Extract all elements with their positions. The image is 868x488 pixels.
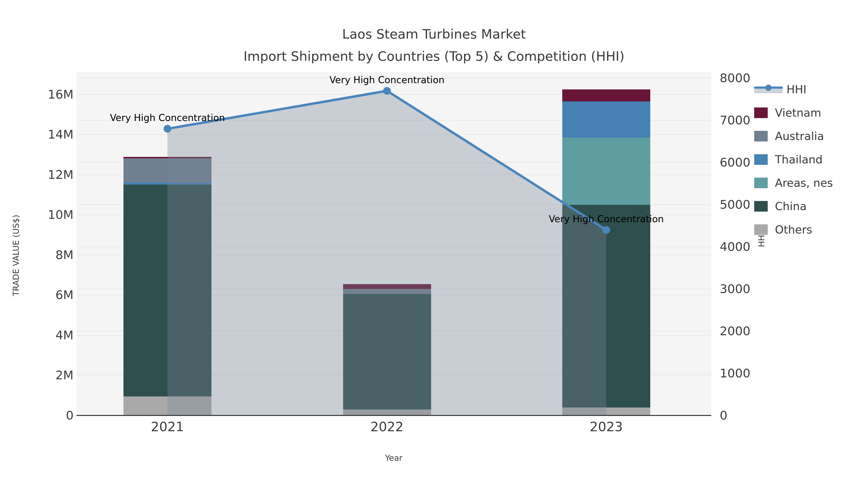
legend-label: Australia bbox=[775, 130, 824, 143]
y-tick-label: 2M bbox=[0, 368, 73, 383]
x-tick-label: 2022 bbox=[339, 420, 435, 434]
y2-tick-label: 0 bbox=[720, 408, 782, 423]
y2-tick-label: 2000 bbox=[720, 324, 782, 338]
y-tick-label: 12M bbox=[0, 167, 73, 182]
hhi-marker bbox=[383, 87, 391, 95]
legend-label: Thailand bbox=[775, 153, 823, 166]
y2-tick-label: 1000 bbox=[720, 366, 782, 381]
hhi-marker bbox=[164, 125, 172, 133]
x-axis-line bbox=[76, 415, 711, 416]
legend: HHIVietnamAustraliaThailandAreas, nesChi… bbox=[754, 77, 833, 241]
y-tick-label: 0 bbox=[0, 408, 73, 423]
legend-label: Areas, nes bbox=[775, 176, 833, 189]
y-tick-label: 14M bbox=[0, 127, 73, 142]
legend-label: Others bbox=[775, 223, 812, 236]
legend-item-vietnam: Vietnam bbox=[754, 101, 833, 124]
legend-label: China bbox=[775, 200, 807, 213]
legend-swatch-areas-nes bbox=[754, 177, 768, 188]
legend-item-others: Others bbox=[754, 218, 833, 241]
y-axis-title: TRADE VALUE (US$) bbox=[11, 207, 21, 304]
annotation-very-high-concentration: Very High Concentration bbox=[522, 213, 691, 225]
y2-tick-label: 3000 bbox=[720, 282, 782, 296]
legend-item-thailand: Thailand bbox=[754, 148, 833, 171]
chart-title: Laos Steam Turbines Market Import Shipme… bbox=[5, 23, 863, 67]
legend-swatch-others bbox=[754, 224, 768, 235]
chart-title-line1: Laos Steam Turbines Market bbox=[5, 23, 863, 45]
legend-label: HHI bbox=[786, 83, 807, 96]
legend-item-areas-nes: Areas, nes bbox=[754, 171, 833, 194]
legend-item-australia: Australia bbox=[754, 124, 833, 148]
chart-figure: Laos Steam Turbines Market Import Shipme… bbox=[0, 0, 868, 488]
legend-label: Vietnam bbox=[775, 106, 821, 119]
legend-swatch-australia bbox=[754, 131, 768, 141]
legend-swatch-vietnam bbox=[754, 107, 768, 118]
x-axis-title: Year bbox=[345, 453, 442, 463]
hhi-marker-sample bbox=[765, 85, 772, 91]
legend-swatch-thailand bbox=[754, 154, 768, 165]
chart-title-line2: Import Shipment by Countries (Top 5) & C… bbox=[5, 45, 863, 67]
x-tick-label: 2023 bbox=[558, 420, 655, 434]
annotation-very-high-concentration: Very High Concentration bbox=[83, 112, 252, 124]
legend-item-china: China bbox=[754, 194, 833, 218]
legend-swatch-hhi bbox=[754, 84, 783, 95]
legend-swatch-china bbox=[754, 201, 768, 212]
x-tick-label: 2021 bbox=[119, 420, 216, 434]
hhi-marker bbox=[602, 226, 610, 234]
y-tick-label: 4M bbox=[0, 328, 73, 343]
annotation-very-high-concentration: Very High Concentration bbox=[303, 74, 471, 86]
y-tick-label: 16M bbox=[0, 87, 73, 102]
legend-item-hhi: HHI bbox=[754, 77, 833, 101]
y2-tick-label: 4000 bbox=[720, 239, 782, 254]
hhi-area-fill bbox=[167, 91, 607, 416]
